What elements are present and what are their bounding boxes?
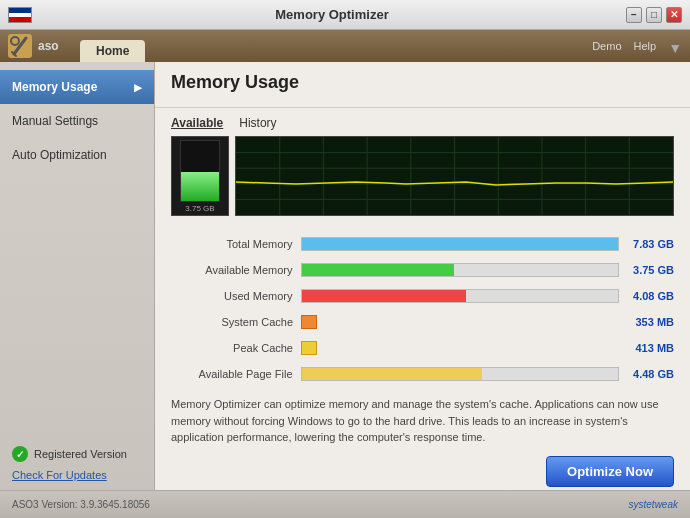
registered-label: Registered Version [34,448,127,460]
logo-area: aso [0,30,80,62]
version-text: ASO3 Version: 3.9.3645.18056 [12,499,150,510]
stat-row-used: Used Memory 4.08 GB [171,286,674,306]
stat-label-page-file: Available Page File [171,368,301,380]
chart-tab-history[interactable]: History [239,116,276,130]
stat-value-available: 3.75 GB [619,264,674,276]
stat-row-page-file: Available Page File 4.48 GB [171,364,674,384]
app-title: Memory Optimizer [38,7,626,22]
stat-row-available: Available Memory 3.75 GB [171,260,674,280]
stat-value-used: 4.08 GB [619,290,674,302]
stat-icon-system-cache [301,315,317,329]
sidebar: Memory Usage ▶ Manual Settings Auto Opti… [0,62,155,490]
stat-label-peak-cache: Peak Cache [171,342,301,354]
stat-value-system-cache: 353 MB [619,316,674,328]
main-layout: Memory Usage ▶ Manual Settings Auto Opti… [0,62,690,490]
stat-row-total: Total Memory 7.83 GB [171,234,674,254]
minimize-button[interactable]: − [626,7,642,23]
tab-home[interactable]: Home [80,40,145,62]
registered-badge: ✓ Registered Version [12,446,142,462]
history-chart [235,136,674,216]
brand-text: systetweak [629,499,678,510]
flag-icon [8,7,32,23]
page-title: Memory Usage [171,72,674,93]
maximize-button[interactable]: □ [646,7,662,23]
chart-section: Available History 3.75 GB [155,108,690,234]
logo-text: aso [38,39,59,53]
gauge-label: 3.75 GB [185,204,214,213]
stat-bar-total [301,237,620,251]
stat-bar-fill-page-file [302,368,483,380]
sidebar-items: Memory Usage ▶ Manual Settings Auto Opti… [0,70,154,172]
chart-tab-available[interactable]: Available [171,116,223,130]
stat-bar-fill-total [302,238,619,250]
stat-value-total: 7.83 GB [619,238,674,250]
content-area: Memory Usage Available History 3.75 GB [155,62,690,490]
chart-container: 3.75 GB [171,136,674,216]
content-header: Memory Usage [155,62,690,108]
sidebar-item-auto-label: Auto Optimization [12,148,107,162]
chart-svg [236,137,673,215]
bottom-bar: ASO3 Version: 3.9.3645.18056 systetweak [0,490,690,518]
sidebar-arrow-memory: ▶ [134,82,142,93]
app-logo-icon [6,32,34,60]
window-controls: − □ ✕ [626,7,682,23]
sidebar-bottom: ✓ Registered Version Check For Updates [0,438,154,490]
sidebar-item-memory-label: Memory Usage [12,80,97,94]
chart-tabs: Available History [171,116,674,130]
stat-label-available: Available Memory [171,264,301,276]
stat-label-total: Total Memory [171,238,301,250]
sidebar-item-manual-settings[interactable]: Manual Settings [0,104,154,138]
registered-icon: ✓ [12,446,28,462]
check-updates-link[interactable]: Check For Updates [12,469,107,481]
stat-bar-available [301,263,620,277]
memory-stats: Total Memory 7.83 GB Available Memory 3.… [155,234,690,390]
tab-bar-right-links: Demo Help ▼ [592,40,682,56]
gauge-bar-outer [180,140,220,202]
stat-row-system-cache: System Cache 353 MB [171,312,674,332]
stat-label-used: Used Memory [171,290,301,302]
stat-value-page-file: 4.48 GB [619,368,674,380]
help-arrow-icon: ▼ [668,40,682,56]
sidebar-item-manual-label: Manual Settings [12,114,98,128]
demo-link[interactable]: Demo [592,40,621,56]
help-link[interactable]: Help [634,40,657,56]
description-text: Memory Optimizer can optimize memory and… [155,390,690,452]
sidebar-item-auto-optimization[interactable]: Auto Optimization [0,138,154,172]
stat-bar-fill-used [302,290,467,302]
stat-row-peak-cache: Peak Cache 413 MB [171,338,674,358]
stat-bar-page-file [301,367,620,381]
mini-gauge: 3.75 GB [171,136,229,216]
gauge-bar-fill [181,172,219,201]
optimize-now-button[interactable]: Optimize Now [546,456,674,487]
tab-bar: aso Home Demo Help ▼ [0,30,690,62]
optimize-btn-row: Optimize Now [155,452,690,491]
stat-bar-used [301,289,620,303]
stat-bar-fill-available [302,264,454,276]
title-bar: Memory Optimizer − □ ✕ [0,0,690,30]
stat-label-system-cache: System Cache [171,316,301,328]
stat-icon-peak-cache [301,341,317,355]
sidebar-item-memory-usage[interactable]: Memory Usage ▶ [0,70,154,104]
stat-value-peak-cache: 413 MB [619,342,674,354]
close-button[interactable]: ✕ [666,7,682,23]
